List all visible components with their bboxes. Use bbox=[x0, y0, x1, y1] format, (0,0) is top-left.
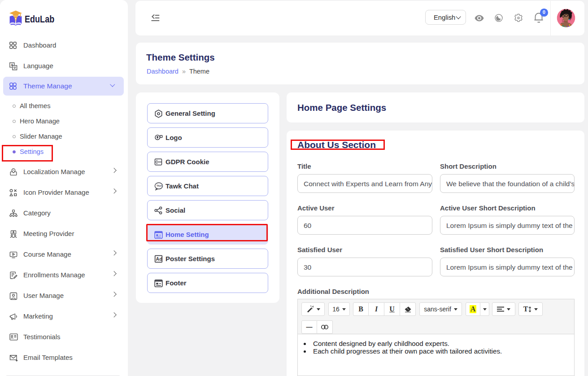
svg-text:TALK: TALK bbox=[157, 185, 162, 187]
svg-text:Ad: Ad bbox=[156, 256, 162, 262]
svg-text:A: A bbox=[11, 63, 13, 67]
